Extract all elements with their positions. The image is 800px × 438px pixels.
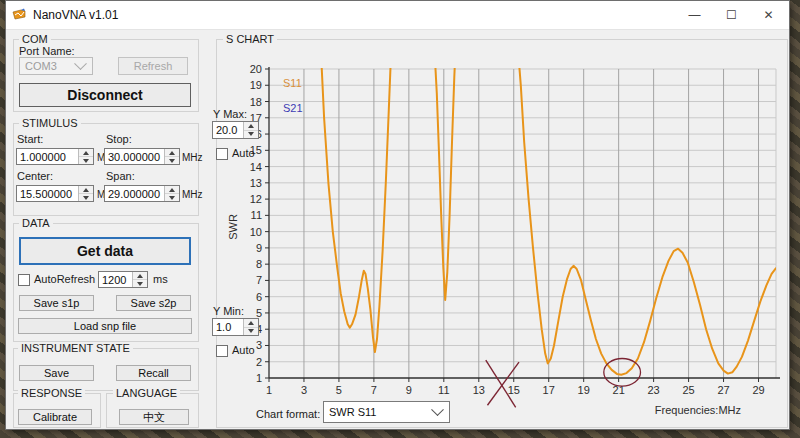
spin-up-icon[interactable]	[79, 149, 93, 157]
spin-up-icon[interactable]	[244, 122, 258, 131]
chart-format-combo[interactable]: SWR S11	[323, 401, 450, 423]
ymin-auto-label: Auto	[232, 344, 255, 356]
spin-down-icon[interactable]	[79, 194, 93, 201]
stop-unit-label: MHz	[182, 152, 203, 163]
com-group-caption: COM	[19, 33, 51, 45]
span-frequency-input[interactable]	[104, 185, 180, 202]
app-icon	[12, 7, 28, 23]
spin-down-icon[interactable]	[79, 157, 93, 164]
nanovna-window: NanoVNA v1.01 — ☐ ✕ 12345678910111213141…	[5, 0, 790, 430]
spin-down-icon[interactable]	[165, 157, 179, 164]
data-group-caption: DATA	[19, 217, 53, 229]
calibrate-button[interactable]: Calibrate	[18, 409, 92, 425]
maximize-button[interactable]: ☐	[713, 1, 750, 29]
start-frequency-value[interactable]	[17, 149, 78, 164]
port-name-value: COM3	[20, 60, 76, 72]
spin-up-icon[interactable]	[244, 319, 258, 328]
port-name-combo[interactable]: COM3	[19, 57, 93, 75]
stop-frequency-value[interactable]	[105, 149, 164, 164]
load-snp-file-button[interactable]: Load snp file	[18, 318, 192, 334]
interval-unit-label: ms	[153, 273, 168, 285]
schart-group	[216, 39, 788, 428]
close-button[interactable]: ✕	[750, 1, 787, 29]
ymax-label: Y Max:	[213, 108, 247, 120]
span-spinner-buttons[interactable]	[164, 186, 179, 201]
ymax-value[interactable]	[213, 122, 243, 138]
autorefresh-interval-value[interactable]	[99, 272, 132, 287]
stop-label: Stop:	[106, 133, 132, 145]
center-label: Center:	[17, 170, 53, 182]
port-name-label: Port Name:	[19, 45, 75, 57]
desktop-background: NanoVNA v1.01 — ☐ ✕ 12345678910111213141…	[0, 0, 800, 438]
window-title: NanoVNA v1.01	[33, 8, 118, 22]
chart-format-label: Chart format:	[256, 408, 320, 420]
ymin-auto-checkbox[interactable]	[216, 345, 228, 357]
titlebar[interactable]: NanoVNA v1.01 — ☐ ✕	[6, 1, 789, 30]
minimize-button[interactable]: —	[676, 1, 713, 29]
ymax-spinner-buttons[interactable]	[243, 122, 258, 138]
stop-frequency-input[interactable]	[104, 148, 180, 165]
span-unit-label: MHz	[182, 189, 203, 200]
autorefresh-label: AutoRefresh	[34, 273, 95, 285]
start-frequency-input[interactable]	[16, 148, 94, 165]
autorefresh-interval-input[interactable]	[98, 271, 148, 288]
disconnect-button[interactable]: Disconnect	[19, 83, 191, 107]
start-label: Start:	[17, 133, 43, 145]
chevron-down-icon	[431, 403, 444, 416]
language-group-caption: LANGUAGE	[113, 387, 180, 399]
ymax-auto-label: Auto	[232, 147, 255, 159]
span-frequency-value[interactable]	[105, 186, 164, 201]
spin-up-icon[interactable]	[79, 186, 93, 194]
center-frequency-input[interactable]	[16, 185, 94, 202]
ymin-value[interactable]	[213, 319, 243, 335]
get-data-button[interactable]: Get data	[19, 237, 191, 265]
spin-up-icon[interactable]	[133, 272, 147, 280]
caption-buttons: — ☐ ✕	[676, 1, 787, 29]
span-label: Span:	[106, 170, 135, 182]
center-spinner-buttons[interactable]	[78, 186, 93, 201]
stimulus-group-caption: STIMULUS	[19, 117, 81, 129]
interval-spinner-buttons[interactable]	[132, 272, 147, 287]
ymax-input[interactable]	[212, 121, 259, 139]
ymin-spinner-buttons[interactable]	[243, 319, 258, 335]
instrument-state-caption: INSTRUMENT STATE	[18, 342, 133, 354]
schart-group-caption: S CHART	[223, 33, 277, 45]
chevron-down-icon	[74, 57, 87, 70]
spin-down-icon[interactable]	[133, 280, 147, 287]
response-group-caption: RESPONSE	[18, 387, 85, 399]
save-s2p-button[interactable]: Save s2p	[116, 295, 191, 311]
state-recall-button[interactable]: Recall	[116, 365, 191, 381]
spin-down-icon[interactable]	[244, 131, 258, 139]
chart-format-value: SWR S11	[324, 406, 433, 418]
center-frequency-value[interactable]	[17, 186, 78, 201]
autorefresh-checkbox[interactable]	[18, 274, 30, 286]
stop-spinner-buttons[interactable]	[164, 149, 179, 164]
ymax-auto-checkbox[interactable]	[216, 148, 228, 160]
language-chinese-button[interactable]: 中文	[119, 409, 189, 425]
spin-down-icon[interactable]	[165, 194, 179, 201]
spin-up-icon[interactable]	[165, 149, 179, 157]
refresh-button[interactable]: Refresh	[118, 57, 188, 75]
save-s1p-button[interactable]: Save s1p	[19, 295, 94, 311]
spin-up-icon[interactable]	[165, 186, 179, 194]
state-save-button[interactable]: Save	[19, 365, 94, 381]
start-spinner-buttons[interactable]	[78, 149, 93, 164]
ymin-label: Y Min:	[213, 305, 244, 317]
ymin-input[interactable]	[212, 318, 259, 336]
spin-down-icon[interactable]	[244, 328, 258, 336]
